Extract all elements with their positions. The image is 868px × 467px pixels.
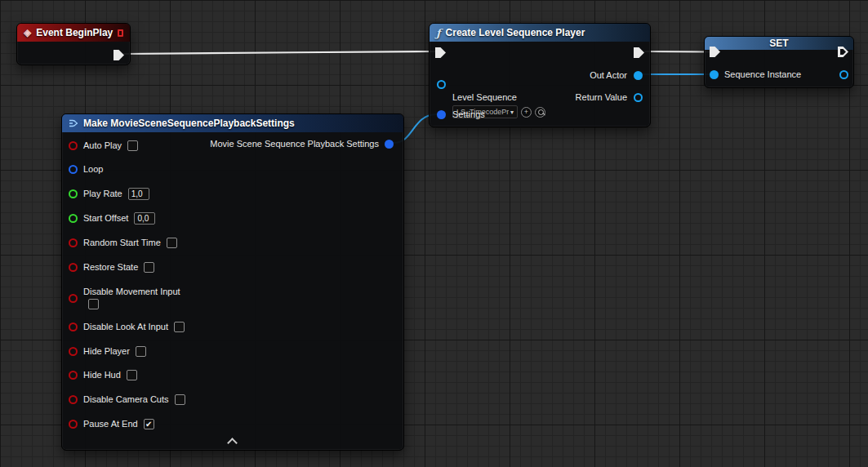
- use-selected-asset-icon[interactable]: +: [521, 107, 532, 118]
- play-rate-field[interactable]: [128, 188, 149, 200]
- exec-wire-beginplay-to-create[interactable]: [123, 51, 436, 54]
- pin-label: Restore State: [83, 262, 138, 272]
- start-offset-pin[interactable]: [69, 214, 78, 223]
- sequence-instance-pin[interactable]: [710, 70, 719, 79]
- pin-label: Loop: [83, 164, 103, 174]
- random-start-time-pin[interactable]: [69, 238, 78, 247]
- hide-hud-pin[interactable]: [69, 371, 78, 380]
- exec-out-pin[interactable]: [838, 47, 848, 57]
- settings-pin[interactable]: [437, 110, 446, 119]
- node-title: Event BeginPlay: [36, 27, 113, 38]
- exec-out-pin[interactable]: [114, 50, 124, 60]
- pause-at-end-checkbox[interactable]: ✔: [144, 419, 154, 429]
- disable-movement-input-checkbox[interactable]: [88, 299, 99, 309]
- pin-row-loop: Loop: [69, 162, 103, 176]
- node-title: SET: [769, 38, 788, 49]
- pin-label: Disable Camera Cuts: [83, 394, 169, 404]
- browse-asset-icon[interactable]: [535, 107, 545, 118]
- return-value-pin[interactable]: [634, 93, 643, 102]
- play-rate-pin[interactable]: [69, 189, 78, 198]
- level-sequence-pin[interactable]: [437, 80, 446, 89]
- return-value-label: Return Value: [576, 92, 627, 102]
- pin-row-disable-camera-cuts: Disable Camera Cuts: [69, 392, 185, 407]
- make-settings-header[interactable]: Make MovieSceneSequencePlaybackSettings: [62, 114, 403, 132]
- pin-row-auto-play: Auto Play: [69, 138, 138, 153]
- set-sequence-instance-node[interactable]: SET Sequence Instance: [704, 36, 854, 88]
- disable-look-at-input-pin[interactable]: [69, 322, 78, 331]
- collapse-node-button[interactable]: [227, 438, 238, 448]
- make-struct-icon: [69, 118, 78, 128]
- exec-in-pin[interactable]: [435, 47, 446, 58]
- function-icon: ƒ: [436, 27, 441, 39]
- hide-player-checkbox[interactable]: [136, 346, 146, 357]
- loop-pin[interactable]: [69, 165, 78, 174]
- node-title: Create Level Sequence Player: [446, 27, 585, 38]
- exec-out-pin[interactable]: [634, 47, 644, 58]
- exec-wire-create-to-set[interactable]: [644, 51, 710, 52]
- out-actor-pin[interactable]: [634, 71, 643, 80]
- playback-settings-output-pin[interactable]: [385, 140, 394, 149]
- pin-label: Disable Movement Input: [83, 287, 180, 296]
- pin-row-disable-look-at-input: Disable Look At Input: [69, 319, 185, 334]
- pin-row-pause-at-end: Pause At End ✔: [69, 416, 154, 431]
- pin-row-restore-state: Restore State: [69, 260, 154, 274]
- pin-label: Hide Player: [83, 346, 130, 356]
- pause-at-end-pin[interactable]: [69, 420, 78, 429]
- random-start-time-checkbox[interactable]: [167, 238, 177, 248]
- exec-in-pin[interactable]: [710, 47, 720, 57]
- pin-label: Start Offset: [83, 213, 128, 223]
- delegate-pin[interactable]: [118, 29, 123, 37]
- create-level-sequence-player-node[interactable]: ƒ Create Level Sequence Player Level Seq…: [429, 23, 651, 127]
- node-title: Make MovieSceneSequencePlaybackSettings: [83, 118, 295, 129]
- set-output-pin[interactable]: [839, 70, 848, 79]
- pin-row-hide-hud: Hide Hud: [69, 367, 137, 382]
- pin-row-start-offset: Start Offset: [69, 211, 155, 225]
- pin-label: Hide Hud: [83, 370, 121, 380]
- pin-label: Disable Look At Input: [83, 322, 168, 331]
- restore-state-pin[interactable]: [69, 263, 78, 272]
- pin-row-disable-movement-input: Disable Movement Input: [69, 282, 180, 314]
- disable-movement-input-pin[interactable]: [69, 294, 78, 303]
- event-beginplay-header[interactable]: ◈ Event BeginPlay: [17, 24, 130, 42]
- event-icon: ◈: [24, 27, 31, 38]
- hide-player-pin[interactable]: [69, 347, 78, 356]
- auto-play-checkbox[interactable]: [127, 140, 138, 151]
- playback-settings-output-label: Movie Scene Sequence Playback Settings: [210, 139, 379, 149]
- disable-camera-cuts-checkbox[interactable]: [175, 394, 185, 405]
- create-player-header[interactable]: ƒ Create Level Sequence Player: [430, 24, 650, 42]
- pin-row-random-start-time: Random Start Time: [69, 235, 177, 250]
- make-playback-settings-node[interactable]: Make MovieSceneSequencePlaybackSettings …: [61, 113, 404, 451]
- disable-look-at-input-checkbox[interactable]: [174, 322, 185, 332]
- pin-row-hide-player: Hide Player: [69, 344, 146, 358]
- event-beginplay-node[interactable]: ◈ Event BeginPlay: [16, 23, 131, 65]
- sequence-instance-label: Sequence Instance: [724, 69, 801, 79]
- settings-label: Settings: [452, 109, 485, 119]
- chevron-down-icon: ▾: [510, 109, 514, 116]
- auto-play-pin[interactable]: [69, 141, 78, 150]
- disable-camera-cuts-pin[interactable]: [69, 395, 78, 404]
- pin-label: Random Start Time: [83, 238, 161, 247]
- level-sequence-label: Level Sequence: [452, 92, 517, 102]
- pin-label: Pause At End: [83, 419, 138, 429]
- pin-label: Auto Play: [83, 140, 122, 150]
- out-actor-label: Out Actor: [590, 70, 627, 80]
- pin-row-play-rate: Play Rate: [69, 186, 149, 201]
- hide-hud-checkbox[interactable]: [127, 370, 137, 380]
- pin-label: Play Rate: [83, 189, 122, 198]
- set-header[interactable]: SET: [705, 37, 853, 50]
- start-offset-field[interactable]: [134, 212, 155, 225]
- restore-state-checkbox[interactable]: [144, 262, 154, 273]
- blueprint-graph-canvas[interactable]: ◈ Event BeginPlay ƒ Create Level Sequenc…: [0, 0, 868, 467]
